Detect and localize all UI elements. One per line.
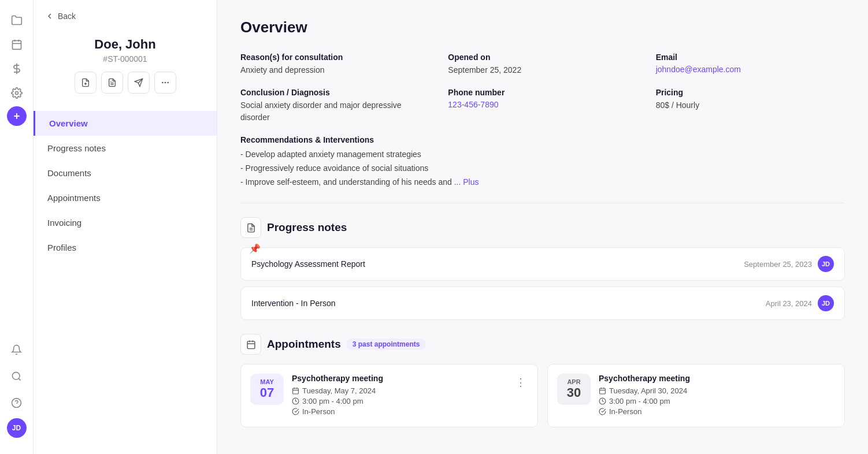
note-meta-2: April 23, 2024 JD (766, 295, 834, 311)
nav-item-appointments[interactable]: Appointments (34, 185, 217, 210)
appt-location-detail-1: In-Person (292, 407, 505, 416)
svg-point-20 (168, 82, 168, 83)
patient-name: Doe, John (45, 37, 205, 52)
nav-item-documents[interactable]: Documents (34, 161, 217, 185)
note-date-2: April 23, 2024 (766, 299, 812, 308)
help-icon[interactable] (6, 392, 28, 414)
conclusion-field: Conclusion / Diagnosis Social anxiety di… (240, 88, 429, 124)
pricing-field: Pricing 80$ / Hourly (656, 88, 845, 124)
svg-rect-23 (247, 341, 255, 349)
recommendations-label: Recommendations & Interventions (240, 135, 845, 144)
svg-rect-32 (600, 389, 606, 395)
svg-point-8 (12, 372, 20, 379)
folder-icon[interactable] (6, 9, 28, 31)
patient-id: #ST-000001 (45, 54, 205, 64)
dollar-icon[interactable] (6, 58, 28, 80)
recommendations-text: - Develop adapted anxiety management str… (240, 148, 845, 189)
rec-line-2: - Progressively reduce avoidance of soci… (240, 163, 428, 173)
rec-line-1: - Develop adapted anxiety management str… (240, 150, 421, 159)
opened-value: September 25, 2022 (448, 64, 637, 76)
plus-link[interactable]: ... Plus (454, 177, 479, 187)
appt-info-1: Psychotherapy meeting Tuesday, May 7, 20… (292, 374, 505, 418)
nav-item-profiles[interactable]: Profiles (34, 235, 217, 260)
appt-date-detail-2: Tuesday, April 30, 2024 (599, 386, 835, 395)
phone-label: Phone number (448, 88, 637, 97)
back-label: Back (58, 12, 76, 21)
appt-date-badge-2: APR 30 (557, 374, 591, 405)
svg-rect-27 (293, 389, 299, 395)
avatar[interactable]: JD (7, 418, 27, 438)
appt-date-detail-1: Tuesday, May 7, 2024 (292, 386, 505, 395)
note-avatar-2: JD (818, 295, 834, 311)
search-icon[interactable] (6, 365, 28, 387)
send-button[interactable] (128, 72, 150, 94)
more-button[interactable] (154, 72, 176, 94)
appointments-title: Appointments (267, 338, 341, 351)
phone-value[interactable]: 123-456-7890 (448, 100, 498, 109)
appt-more-menu-1[interactable]: ⋮ (513, 374, 528, 391)
main-content: Overview Reason(s) for consultation Anxi… (217, 0, 868, 454)
appointments-header: Appointments 3 past appointments (240, 334, 845, 355)
appt-title-2: Psychotherapy meeting (599, 374, 835, 383)
appt-location-detail-2: In-Person (599, 407, 835, 416)
opened-field: Opened on September 25, 2022 (448, 53, 637, 76)
email-field: Email johndoe@example.com (656, 53, 845, 76)
progress-notes-icon (240, 217, 261, 238)
consultation-value: Anxiety and depression (240, 64, 429, 76)
patient-actions (45, 72, 205, 94)
pin-icon: 📌 (249, 243, 261, 254)
appt-time-detail-2: 3:00 pm - 4:00 pm (599, 397, 835, 405)
nav-item-progress-notes[interactable]: Progress notes (34, 136, 217, 161)
conclusion-label: Conclusion / Diagnosis (240, 88, 429, 97)
opened-label: Opened on (448, 53, 637, 62)
icon-bar: JD (0, 0, 34, 454)
appointments-icon (240, 334, 261, 355)
note-row[interactable]: 📌 Psychology Assessment Report September… (240, 247, 845, 281)
appt-day-1: 07 (256, 385, 278, 400)
note-title-1: Psychology Assessment Report (251, 259, 365, 269)
pricing-value: 80$ / Hourly (656, 99, 845, 111)
pricing-label: Pricing (656, 88, 845, 97)
appt-day-2: 30 (563, 385, 585, 400)
appointment-card-1[interactable]: MAY 07 Psychotherapy meeting Tuesday, Ma… (240, 364, 538, 427)
settings-icon[interactable] (6, 82, 28, 104)
svg-rect-0 (12, 40, 21, 49)
nav-menu: Overview Progress notes Documents Appoin… (34, 111, 217, 260)
note-avatar-1: JD (818, 256, 834, 272)
sidebar: Back Doe, John #ST-000001 Overview Progr… (34, 0, 217, 454)
svg-point-18 (162, 82, 162, 83)
progress-notes-title: Progress notes (267, 221, 347, 234)
note-meta-1: September 25, 2023 JD (744, 256, 834, 272)
divider (240, 203, 845, 203)
phone-field: Phone number 123-456-7890 (448, 88, 637, 124)
calendar-icon[interactable] (6, 34, 28, 55)
appt-month-2: APR (563, 378, 585, 385)
email-value[interactable]: johndoe@example.com (656, 65, 741, 74)
appt-date-badge-1: MAY 07 (250, 374, 284, 405)
conclusion-value: Social anxiety disorder and major depres… (240, 99, 429, 124)
svg-line-9 (18, 378, 20, 380)
patient-header: Doe, John #ST-000001 (34, 30, 217, 105)
appt-time-detail-1: 3:00 pm - 4:00 pm (292, 397, 505, 405)
progress-notes-header: Progress notes (240, 217, 845, 238)
file-plus-button[interactable] (75, 72, 97, 94)
nav-item-overview[interactable]: Overview (34, 111, 217, 136)
consultation-label: Reason(s) for consultation (240, 53, 429, 62)
email-label: Email (656, 53, 845, 62)
appt-title-1: Psychotherapy meeting (292, 374, 505, 383)
consultation-field: Reason(s) for consultation Anxiety and d… (240, 53, 429, 76)
svg-point-19 (165, 82, 165, 83)
page-title: Overview (240, 18, 845, 36)
note-title-2: Intervention - In Person (251, 299, 336, 308)
note-row[interactable]: Intervention - In Person April 23, 2024 … (240, 286, 845, 320)
appointments-grid: MAY 07 Psychotherapy meeting Tuesday, Ma… (240, 364, 845, 427)
appointment-card-2[interactable]: APR 30 Psychotherapy meeting Tuesday, Ap… (547, 364, 845, 427)
svg-point-5 (15, 92, 18, 95)
add-button[interactable] (7, 106, 27, 126)
file-text-button[interactable] (101, 72, 123, 94)
rec-line-3: - Improve self-esteem, and understanding… (240, 177, 452, 187)
nav-item-invoicing[interactable]: Invoicing (34, 210, 217, 235)
overview-grid: Reason(s) for consultation Anxiety and d… (240, 53, 845, 124)
bell-icon[interactable] (6, 338, 28, 360)
back-link[interactable]: Back (34, 12, 217, 30)
